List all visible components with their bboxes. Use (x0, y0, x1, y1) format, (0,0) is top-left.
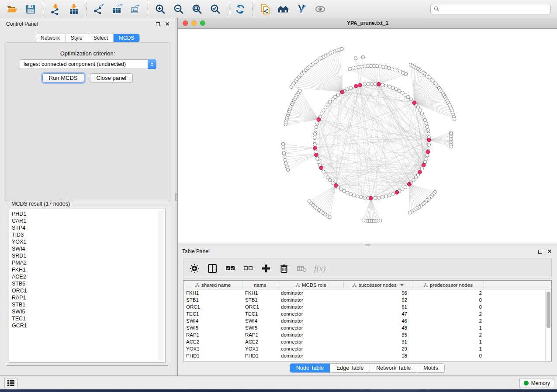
table-cell: connector (278, 310, 344, 317)
network-graph[interactable] (178, 29, 557, 243)
float-panel-icon[interactable] (155, 21, 161, 27)
export-image-icon[interactable] (129, 3, 142, 15)
table-cell: 2 (412, 331, 484, 338)
table-scrollbar[interactable] (545, 289, 551, 361)
close-panel-button[interactable]: Close panel (90, 73, 133, 83)
search-field[interactable] (430, 4, 551, 14)
close-panel-icon[interactable]: ✕ (547, 248, 553, 254)
add-column-icon[interactable] (260, 263, 272, 274)
tab-motifs[interactable]: Motifs (417, 364, 444, 372)
mcds-result-item[interactable]: SRD1 (12, 252, 165, 259)
mcds-result-item[interactable]: YOX1 (12, 238, 165, 245)
refresh-icon[interactable] (234, 3, 246, 15)
table-cell: SWI5 (242, 324, 278, 331)
column-header-predecessor-nodes[interactable]: predecessor nodes (412, 281, 484, 289)
column-header-name[interactable]: name (242, 281, 278, 289)
import-table-icon[interactable] (68, 3, 80, 15)
export-table-icon[interactable] (111, 3, 123, 15)
houses-icon[interactable] (277, 3, 290, 15)
mcds-result-item[interactable]: SWI4 (12, 245, 165, 252)
mcds-result-item[interactable]: STB1 (12, 301, 165, 308)
table-row[interactable]: FKH1FKH1dominator962 (183, 289, 551, 296)
zoom-selected-icon[interactable] (209, 3, 221, 15)
mcds-result-item[interactable]: CAR1 (12, 217, 165, 224)
optimization-criterion-value: largest connected component (undirected) (20, 61, 148, 67)
table-row[interactable]: ORC1ORC1dominator610 (183, 303, 551, 310)
close-panel-icon[interactable]: ✕ (164, 21, 170, 27)
run-mcds-button[interactable]: Run MCDS (42, 73, 84, 83)
scrollbar-thumb[interactable] (547, 292, 550, 328)
deselect-all-icon[interactable] (242, 263, 254, 274)
table-row[interactable]: ACE2ACE2connector311 (183, 338, 551, 345)
mcds-result-item[interactable]: TID3 (12, 231, 165, 238)
mcds-result-item[interactable]: ORC1 (12, 287, 165, 294)
tab-node-table[interactable]: Node Table (290, 364, 330, 372)
table-row[interactable]: TEC1TEC1connector472 (183, 310, 551, 317)
table-type-tabbar: Node Table Edge Table Network Table Moti… (290, 363, 445, 373)
table-row[interactable]: PHD1PHD1dominator180 (183, 352, 551, 359)
network-window-titlebar[interactable]: YPA_prune.txt_1 (178, 18, 557, 29)
export-network-icon[interactable] (93, 3, 105, 15)
sort-descending-icon (400, 284, 404, 286)
select-all-icon[interactable] (225, 263, 236, 274)
mcds-result-item[interactable]: STB5 (12, 280, 165, 287)
column-header-successor-nodes[interactable]: successor nodes (344, 281, 412, 289)
zoom-in-icon[interactable] (154, 3, 166, 15)
table-row[interactable]: STB1STB1dominator620 (183, 296, 551, 303)
table-row[interactable]: YOX1YOX1connector291 (183, 345, 551, 352)
mcds-result-item[interactable]: STP4 (12, 224, 165, 231)
column-type-icon (295, 283, 300, 288)
mcds-result-item[interactable]: FKH1 (12, 266, 165, 273)
tab-network[interactable]: Network (35, 34, 66, 42)
splitter-handle[interactable] (175, 193, 177, 201)
tab-edge-table[interactable]: Edge Table (330, 364, 370, 372)
table-cell: SWI4 (242, 317, 278, 324)
network-canvas[interactable] (178, 29, 557, 243)
show-columns-icon[interactable] (207, 263, 218, 274)
table-cell: 96 (344, 289, 412, 296)
table-cell: 1 (412, 345, 484, 352)
search-input[interactable] (442, 6, 547, 12)
mcds-result-item[interactable]: SWI5 (12, 308, 165, 315)
table-cell: PHD1 (242, 352, 278, 359)
mcds-result-item[interactable]: TEC1 (12, 315, 165, 322)
mcds-result-list[interactable]: PHD1CAR1STP4TID3YOX1SWI4SRD1PMA2FKH1ACE2… (9, 209, 166, 363)
table-row[interactable]: SWI4SWI4dominator462 (183, 317, 551, 324)
list-icon (7, 380, 15, 386)
float-panel-icon[interactable] (537, 248, 543, 254)
import-network-icon[interactable] (49, 3, 62, 15)
tab-mcds[interactable]: MCDS (114, 34, 139, 42)
mcds-result-item[interactable]: ACE2 (12, 273, 165, 280)
zoom-out-icon[interactable] (173, 3, 185, 15)
column-header-mcds-role[interactable]: MCDS role (278, 281, 344, 289)
open-file-icon[interactable] (6, 3, 18, 15)
mcds-result-item[interactable]: PMA2 (12, 259, 165, 266)
eye-icon[interactable] (314, 3, 326, 15)
clone-network-icon[interactable] (259, 3, 271, 15)
tab-style[interactable]: Style (66, 34, 88, 42)
function-builder-icon[interactable]: f(x) (314, 264, 325, 273)
mcds-result-item[interactable]: GCR1 (12, 322, 165, 329)
v-badge-icon[interactable] (296, 3, 308, 15)
delete-table-icon[interactable] (296, 263, 308, 274)
delete-column-trash-icon[interactable] (278, 263, 290, 274)
column-header-shared-name[interactable]: shared name (183, 281, 242, 289)
task-history-button[interactable] (4, 378, 17, 388)
table-cell: ORC1 (183, 303, 242, 310)
table-cell: dominator (278, 317, 344, 324)
toolbar-separator (86, 3, 86, 16)
table-settings-gear-icon[interactable] (189, 263, 200, 274)
optimization-criterion-select[interactable]: largest connected component (undirected) (20, 59, 156, 69)
table-row[interactable]: SWI5SWI5connector431 (183, 324, 551, 331)
vertical-splitter[interactable] (175, 18, 178, 376)
zoom-fit-icon[interactable] (191, 3, 203, 15)
table-body: FKH1FKH1dominator962STB1STB1dominator620… (183, 289, 551, 359)
memory-button[interactable]: Memory (519, 378, 554, 388)
tab-select[interactable]: Select (88, 34, 114, 42)
mcds-result-item[interactable]: PHD1 (12, 210, 165, 217)
list-scrollbar-track[interactable] (159, 210, 164, 361)
mcds-result-item[interactable]: RAP1 (12, 294, 165, 301)
table-row[interactable]: RAP1RAP1dominator352 (183, 331, 551, 338)
tab-network-table[interactable]: Network Table (370, 364, 417, 372)
save-session-icon[interactable] (24, 3, 37, 15)
